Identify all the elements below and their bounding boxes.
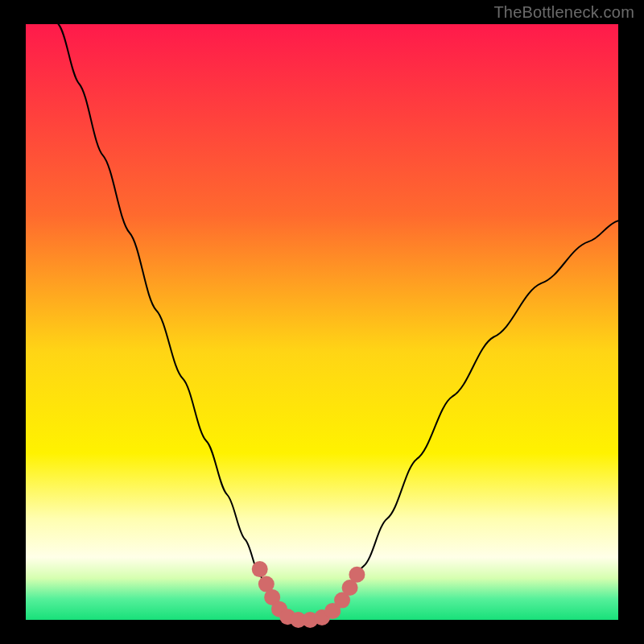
chart-stage: TheBottleneck.com	[0, 0, 644, 644]
watermark-label: TheBottleneck.com	[493, 3, 634, 22]
plot-background	[26, 24, 618, 620]
highlight-dot	[252, 561, 268, 577]
bottleneck-chart	[0, 0, 644, 644]
highlight-dot	[349, 567, 365, 583]
